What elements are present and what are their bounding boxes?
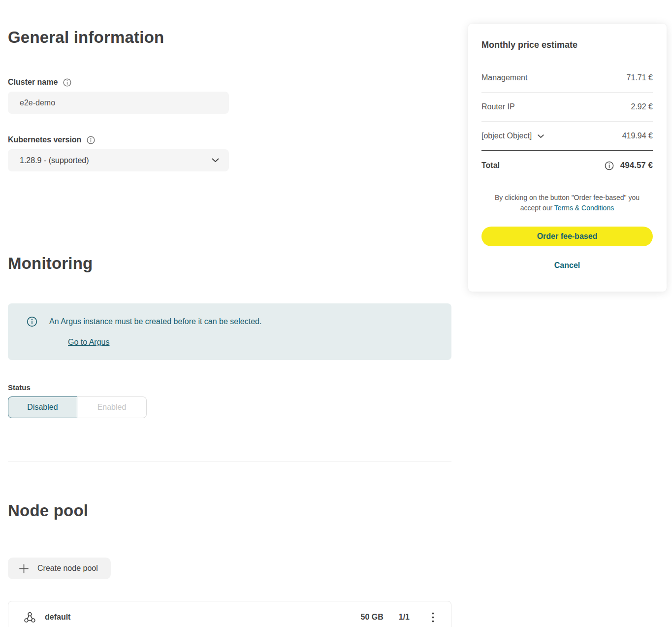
price-row-label: [object Object] [481,132,544,140]
node-pool-menu-button[interactable] [430,610,436,625]
monthly-price-estimate-card: Monthly price estimate Management 71.71 … [468,24,667,292]
kubernetes-version-label-row: Kubernetes version [8,135,451,145]
cluster-form: General information Cluster name Kuberne… [8,0,451,627]
status-toggle: Disabled Enabled [8,396,451,418]
info-icon[interactable] [63,78,71,87]
info-icon[interactable] [605,161,614,170]
price-row-router-ip: Router IP 2.92 € [481,93,653,122]
section-title-general: General information [8,28,451,47]
go-to-argus-link[interactable]: Go to Argus [68,338,110,347]
argus-info-alert: An Argus instance must be created before… [8,303,451,360]
section-title-node-pool: Node pool [8,501,451,521]
node-pool-node-count: 1/1 [399,613,410,622]
price-row-value: 419.94 € [622,132,653,140]
kubernetes-version-select[interactable]: 1.28.9 - (supported) [8,149,229,171]
order-fee-based-button[interactable]: Order fee-based [481,227,653,246]
cluster-name-input[interactable] [8,92,229,114]
cluster-create-page: General information Cluster name Kuberne… [0,0,672,627]
kebab-icon [432,612,434,623]
alert-message: An Argus instance must be created before… [49,316,261,327]
price-row-management: Management 71.71 € [481,64,653,93]
cancel-button[interactable]: Cancel [481,260,653,271]
price-row-value: 71.71 € [627,73,653,82]
create-node-pool-button[interactable]: Create node pool [8,558,111,579]
node-pool-name: default [45,613,70,622]
total-label: Total [481,161,500,170]
status-option-disabled[interactable]: Disabled [8,396,77,418]
kubernetes-version-value: 1.28.9 - (supported) [20,156,89,165]
section-title-monitoring: Monitoring [8,254,451,273]
price-rows: Management 71.71 € Router IP 2.92 € [obj… [481,64,653,151]
node-pool-icon [23,611,36,624]
price-row-node-pool: [object Object] 419.94 € [481,122,653,151]
info-icon [27,316,37,327]
price-total-row: Total 494.57 € [481,151,653,180]
node-pool-size: 50 GB [361,613,384,622]
section-divider [8,462,451,462]
kubernetes-version-label: Kubernetes version [8,135,81,144]
price-row-value: 2.92 € [631,102,653,111]
total-value: 494.57 € [620,161,653,170]
cluster-name-label-row: Cluster name [8,77,451,87]
info-icon[interactable] [87,136,95,144]
chevron-down-icon[interactable] [538,133,544,138]
status-option-enabled[interactable]: Enabled [77,396,147,418]
node-pool-row[interactable]: default 50 GB 1/1 [8,601,451,627]
price-row-label: Management [481,73,527,82]
alert-message-row: An Argus instance must be created before… [27,316,437,327]
price-row-label: Router IP [481,102,515,111]
section-divider [8,215,451,215]
create-node-pool-label: Create node pool [37,564,98,573]
plus-icon [19,563,29,574]
node-pool-row-content: default 50 GB 1/1 [23,607,436,627]
chevron-down-icon [212,158,219,163]
cluster-name-label: Cluster name [8,78,58,87]
terms-and-conditions-link[interactable]: Terms & Conditions [554,204,614,212]
terms-text: By clicking on the button "Order fee-bas… [493,193,641,213]
price-card-title: Monthly price estimate [481,39,653,50]
price-row-label-text: [object Object] [481,132,532,140]
status-label: Status [8,383,451,392]
total-right: 494.57 € [605,161,653,170]
